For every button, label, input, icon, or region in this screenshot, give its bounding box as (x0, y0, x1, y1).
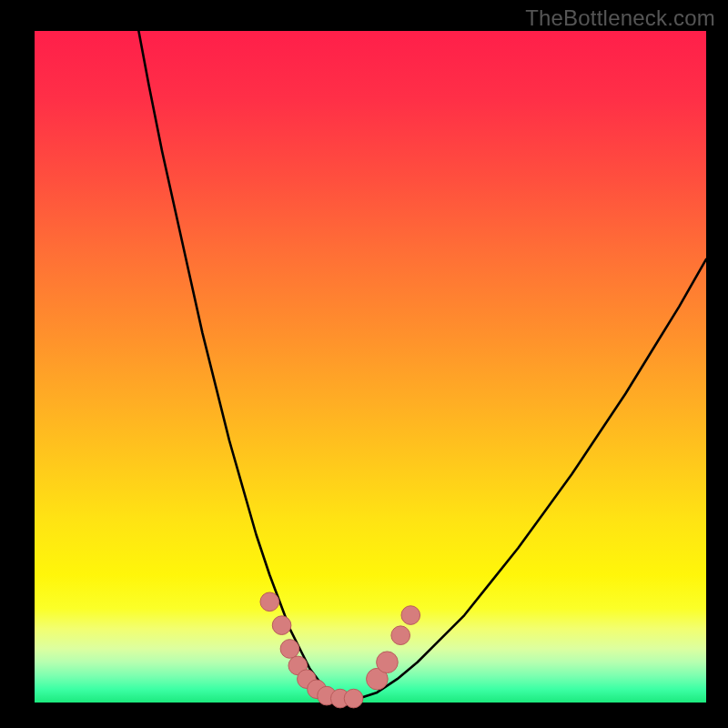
chart-overlay (35, 31, 706, 703)
curve-marker (377, 652, 399, 673)
watermark-text: TheBottleneck.com (525, 5, 715, 31)
chart-frame: TheBottleneck.com (0, 0, 728, 728)
curve-marker (260, 592, 279, 612)
curve-marker (391, 626, 410, 645)
curve-marker (280, 640, 299, 659)
curve-marker (344, 689, 363, 708)
marker-layer (260, 592, 420, 708)
curve-marker (272, 616, 291, 635)
curve-marker (401, 606, 420, 625)
bottleneck-curve (138, 31, 706, 699)
